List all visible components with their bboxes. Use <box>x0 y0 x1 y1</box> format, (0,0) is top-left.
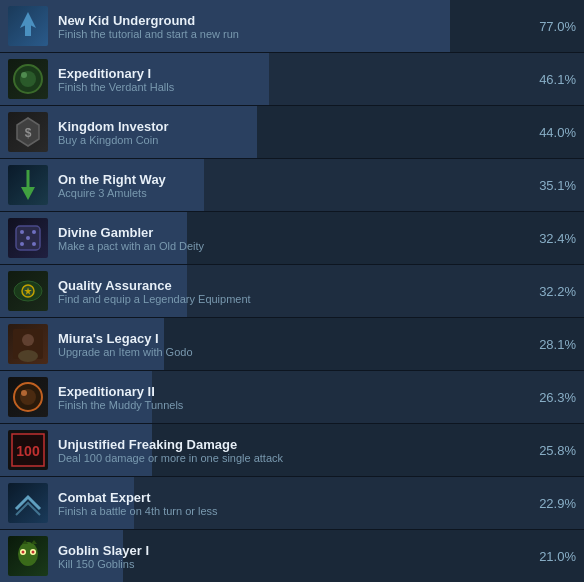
achievement-desc: Make a pact with an Old Deity <box>58 240 521 252</box>
svg-marker-31 <box>22 540 28 544</box>
achievement-desc: Finish the Verdant Halls <box>58 81 521 93</box>
svg-point-30 <box>32 551 35 554</box>
achievement-row[interactable]: Quality AssuranceFind and equip a Legend… <box>0 265 584 318</box>
svg-marker-8 <box>21 187 35 200</box>
achievement-info: Combat ExpertFinish a battle on 4th turn… <box>58 490 521 517</box>
achievement-info: Expeditionary IIFinish the Muddy Tunnels <box>58 384 521 411</box>
achievement-info: Quality AssuranceFind and equip a Legend… <box>58 278 521 305</box>
achievement-icon <box>8 377 48 417</box>
svg-point-14 <box>20 242 24 246</box>
achievement-icon <box>8 271 48 311</box>
achievement-row[interactable]: 100Unjustified Freaking DamageDeal 100 d… <box>0 424 584 477</box>
svg-text:$: $ <box>25 126 32 140</box>
achievement-name: Expeditionary I <box>58 66 521 81</box>
achievement-icon <box>8 483 48 523</box>
achievement-info: New Kid UndergroundFinish the tutorial a… <box>58 13 521 40</box>
achievement-percent: 35.1% <box>531 178 576 193</box>
achievement-desc: Find and equip a Legendary Equipment <box>58 293 521 305</box>
achievement-info: On the Right WayAcquire 3 Amulets <box>58 172 521 199</box>
achievement-desc: Finish the Muddy Tunnels <box>58 399 521 411</box>
achievement-name: Combat Expert <box>58 490 521 505</box>
achievement-row[interactable]: Expeditionary IFinish the Verdant Halls4… <box>0 53 584 106</box>
svg-point-19 <box>22 334 34 346</box>
achievement-icon: 100 <box>8 430 48 470</box>
achievement-name: Kingdom Investor <box>58 119 521 134</box>
achievement-info: Kingdom InvestorBuy a Kingdom Coin <box>58 119 521 146</box>
achievement-icon <box>8 6 48 46</box>
achievement-info: Goblin Slayer IKill 150 Goblins <box>58 543 521 570</box>
svg-point-20 <box>18 350 38 362</box>
achievement-icon <box>8 218 48 258</box>
achievement-icon <box>8 165 48 205</box>
achievement-percent: 46.1% <box>531 72 576 87</box>
achievement-percent: 32.2% <box>531 284 576 299</box>
achievement-percent: 26.3% <box>531 390 576 405</box>
achievement-name: On the Right Way <box>58 172 521 187</box>
achievement-row[interactable]: Combat ExpertFinish a battle on 4th turn… <box>0 477 584 530</box>
achievement-percent: 22.9% <box>531 496 576 511</box>
achievement-row[interactable]: Divine GamblerMake a pact with an Old De… <box>0 212 584 265</box>
svg-point-11 <box>26 236 30 240</box>
achievement-list: New Kid UndergroundFinish the tutorial a… <box>0 0 584 582</box>
svg-point-13 <box>32 230 36 234</box>
achievement-info: Miura's Legacy IUpgrade an Item with God… <box>58 331 521 358</box>
achievement-icon <box>8 536 48 576</box>
achievement-desc: Finish the tutorial and start a new run <box>58 28 521 40</box>
achievement-info: Unjustified Freaking DamageDeal 100 dama… <box>58 437 521 464</box>
achievement-info: Divine GamblerMake a pact with an Old De… <box>58 225 521 252</box>
achievement-name: Goblin Slayer I <box>58 543 521 558</box>
achievement-name: New Kid Underground <box>58 13 521 28</box>
achievement-percent: 21.0% <box>531 549 576 564</box>
achievement-desc: Deal 100 damage or more in one single at… <box>58 452 521 464</box>
achievement-row[interactable]: Miura's Legacy IUpgrade an Item with God… <box>0 318 584 371</box>
svg-point-23 <box>21 390 27 396</box>
achievement-percent: 77.0% <box>531 19 576 34</box>
achievement-icon <box>8 324 48 364</box>
achievement-name: Quality Assurance <box>58 278 521 293</box>
achievement-row[interactable]: New Kid UndergroundFinish the tutorial a… <box>0 0 584 53</box>
achievement-icon: $ <box>8 112 48 152</box>
svg-point-10 <box>20 230 24 234</box>
svg-rect-1 <box>25 24 31 36</box>
svg-point-4 <box>21 72 27 78</box>
achievement-row[interactable]: $Kingdom InvestorBuy a Kingdom Coin44.0% <box>0 106 584 159</box>
achievement-desc: Upgrade an Item with Godo <box>58 346 521 358</box>
achievement-desc: Finish a battle on 4th turn or less <box>58 505 521 517</box>
achievement-name: Divine Gambler <box>58 225 521 240</box>
achievement-percent: 32.4% <box>531 231 576 246</box>
achievement-name: Miura's Legacy I <box>58 331 521 346</box>
svg-text:100: 100 <box>16 443 40 459</box>
svg-point-12 <box>32 242 36 246</box>
achievement-icon <box>8 59 48 99</box>
achievement-percent: 44.0% <box>531 125 576 140</box>
achievement-info: Expeditionary IFinish the Verdant Halls <box>58 66 521 93</box>
achievement-row[interactable]: Expeditionary IIFinish the Muddy Tunnels… <box>0 371 584 424</box>
achievement-name: Unjustified Freaking Damage <box>58 437 521 452</box>
achievement-row[interactable]: On the Right WayAcquire 3 Amulets35.1% <box>0 159 584 212</box>
achievement-percent: 25.8% <box>531 443 576 458</box>
achievement-name: Expeditionary II <box>58 384 521 399</box>
svg-point-29 <box>22 551 25 554</box>
svg-marker-32 <box>31 540 37 544</box>
achievement-desc: Acquire 3 Amulets <box>58 187 521 199</box>
achievement-desc: Buy a Kingdom Coin <box>58 134 521 146</box>
achievement-desc: Kill 150 Goblins <box>58 558 521 570</box>
achievement-percent: 28.1% <box>531 337 576 352</box>
achievement-row[interactable]: Goblin Slayer IKill 150 Goblins21.0% <box>0 530 584 582</box>
